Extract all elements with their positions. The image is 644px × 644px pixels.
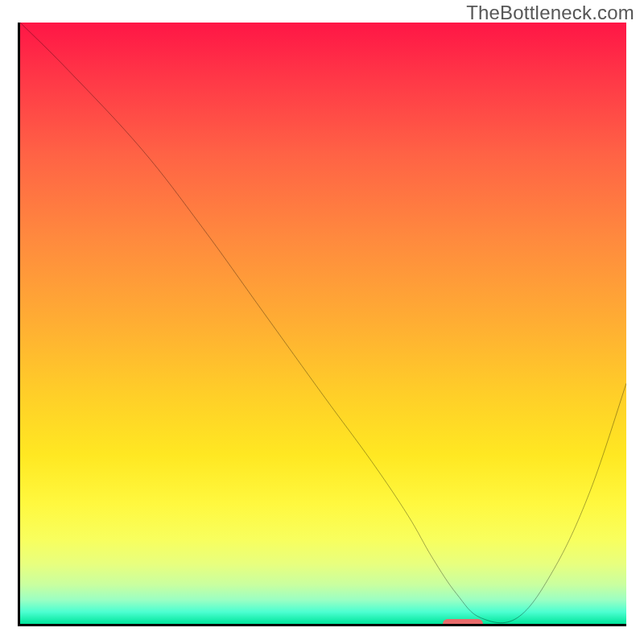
plot-axes <box>18 23 626 626</box>
optimal-marker <box>443 619 483 624</box>
chart-container: TheBottleneck.com <box>0 0 644 644</box>
plot-area <box>20 23 626 624</box>
attribution-text: TheBottleneck.com <box>466 2 634 24</box>
curve-svg <box>20 23 626 624</box>
curve-path <box>20 23 626 623</box>
